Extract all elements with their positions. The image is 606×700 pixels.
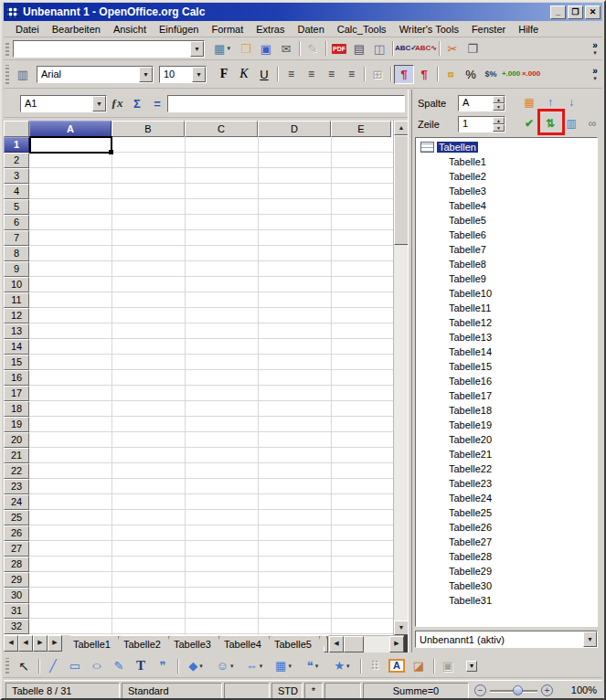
chevron-down-icon[interactable]: ▼ [190, 41, 204, 57]
column-header[interactable]: A [29, 121, 112, 137]
sheet-position-field[interactable]: Tabelle 8 / 31 [5, 683, 120, 699]
text-direction-rtl-icon[interactable]: ¶ [414, 65, 434, 84]
zoom-in-icon[interactable]: + [541, 684, 553, 696]
callout-icon[interactable]: ❞ [152, 656, 174, 676]
row-header[interactable]: 31 [4, 603, 29, 619]
row-spinner[interactable]: 1 ▲▼ [458, 116, 505, 133]
stars-icon[interactable]: ★ [327, 656, 356, 676]
navigator-root-item[interactable]: Tabellen [416, 140, 597, 154]
navigator-sheet-item[interactable]: Tabelle8 [416, 257, 597, 271]
spin-down-icon[interactable]: ▼ [493, 124, 505, 132]
print-icon[interactable]: ▤ [349, 39, 369, 58]
navigator-sheet-item[interactable]: Tabelle11 [416, 301, 597, 315]
column-header[interactable]: E [331, 121, 391, 137]
navigator-sheet-item[interactable]: Tabelle25 [416, 505, 597, 520]
row-header[interactable]: 16 [4, 370, 29, 386]
menu-item[interactable]: Hilfe [512, 23, 545, 36]
underline-button[interactable]: U [254, 65, 274, 84]
scroll-down-icon[interactable]: ▼ [394, 620, 408, 635]
select-icon[interactable]: ↖ [13, 656, 35, 676]
menu-item[interactable]: Extras [250, 23, 291, 36]
spin-down-icon[interactable]: ▼ [493, 103, 505, 111]
minimize-button[interactable]: _ [550, 5, 566, 19]
row-header[interactable]: 4 [4, 184, 29, 199]
navigator-sheet-item[interactable]: Tabelle5 [416, 213, 597, 228]
navigator-sheet-item[interactable]: Tabelle2 [416, 169, 597, 184]
navigator-sheet-item[interactable]: Tabelle28 [416, 549, 597, 564]
contents-icon[interactable]: ✔ [520, 114, 538, 133]
menu-item[interactable]: Fenster [465, 23, 512, 36]
row-header[interactable]: 25 [4, 510, 29, 525]
navigator-sheet-item[interactable]: Tabelle24 [416, 491, 597, 505]
row-header[interactable]: 7 [4, 230, 29, 246]
chevron-down-icon[interactable]: ▼ [192, 67, 206, 82]
row-header[interactable]: 28 [4, 557, 29, 572]
navigator-sheet-item[interactable]: Tabelle26 [416, 520, 597, 535]
row-header[interactable]: 15 [4, 355, 29, 370]
navigator-sheet-item[interactable]: Tabelle15 [416, 359, 597, 374]
menu-item[interactable]: Ansicht [107, 23, 153, 36]
end-icon[interactable]: ↓ [562, 93, 580, 111]
scrollbar-thumb[interactable] [394, 135, 408, 245]
font-name-combobox[interactable]: Arial ▼ [37, 66, 154, 83]
navigator-sheet-item[interactable]: Tabelle30 [416, 578, 597, 593]
row-header[interactable]: 5 [4, 199, 29, 215]
sheet-tab[interactable]: Tabelle4 [215, 635, 271, 652]
cell-area[interactable] [29, 137, 393, 635]
first-sheet-button[interactable]: ◀ [4, 635, 18, 652]
navigator-sheet-item[interactable]: Tabelle6 [416, 228, 597, 242]
navigator-sheet-item[interactable]: Tabelle17 [416, 388, 597, 403]
new-document-icon[interactable]: ▦ [208, 39, 236, 58]
email-icon[interactable]: ✉ [276, 39, 296, 58]
navigator-sheet-item[interactable]: Tabelle27 [416, 535, 597, 549]
toolbar-drag-handle[interactable] [5, 658, 9, 674]
row-header[interactable]: 6 [4, 215, 29, 230]
navigator-sheet-item[interactable]: Tabelle14 [416, 345, 597, 359]
maximize-button[interactable]: ❐ [568, 5, 583, 19]
percent-format-icon[interactable]: % [461, 65, 481, 84]
sheet-tab[interactable]: Tabelle2 [114, 635, 170, 652]
row-header[interactable]: 20 [4, 432, 29, 448]
navigator-sheet-item[interactable]: Tabelle22 [416, 461, 597, 476]
navigator-sheet-item[interactable]: Tabelle18 [416, 403, 597, 418]
navigator-sheet-item[interactable]: Tabelle10 [416, 286, 597, 301]
row-header[interactable]: 26 [4, 525, 29, 541]
flowcharts-icon[interactable]: ▦ [269, 656, 298, 676]
row-header[interactable]: 3 [4, 168, 29, 184]
ellipse-icon[interactable]: ○ [86, 656, 108, 676]
align-right-icon[interactable]: ≡ [321, 65, 341, 84]
navigator-sheet-item[interactable]: Tabelle4 [416, 198, 597, 213]
font-size-combobox[interactable]: 10 ▼ [159, 66, 207, 83]
drag-mode-icon[interactable]: ∞ [583, 114, 601, 133]
spellcheck-icon[interactable]: ABC✓ [396, 39, 416, 58]
navigator-sheet-item[interactable]: Tabelle19 [416, 418, 597, 432]
function-equals-icon[interactable]: = [147, 97, 167, 111]
row-header[interactable]: 1 [4, 137, 29, 153]
menu-item[interactable]: Format [205, 23, 250, 36]
prev-sheet-button[interactable]: ◀ [18, 635, 33, 652]
row-header[interactable]: 18 [4, 401, 29, 417]
open-icon[interactable]: ❒ [236, 39, 256, 58]
column-header[interactable]: D [258, 121, 331, 137]
zoom-level-field[interactable]: 100% [560, 683, 602, 699]
menu-item[interactable]: Bearbeiten [46, 23, 107, 36]
basic-shapes-icon[interactable]: ◆ [181, 656, 210, 676]
last-sheet-button[interactable]: ▶ [48, 635, 62, 652]
row-header[interactable]: 27 [4, 541, 29, 557]
align-center-icon[interactable]: ≡ [301, 65, 321, 84]
row-header[interactable]: 14 [4, 339, 29, 355]
cell-reference-box[interactable]: A1 ▼ [20, 95, 107, 112]
next-sheet-button[interactable]: ▶ [33, 635, 48, 652]
column-header[interactable]: B [112, 121, 185, 137]
fontwork-icon[interactable]: A [386, 656, 408, 676]
formula-input[interactable] [167, 95, 405, 112]
scroll-left-icon[interactable]: ◀ [329, 636, 344, 652]
line-icon[interactable]: ╱ [42, 656, 64, 676]
menu-item[interactable]: Writer's Tools [393, 23, 465, 36]
row-header[interactable]: 12 [4, 308, 29, 323]
navigator-sheet-item[interactable]: Tabelle1 [416, 154, 597, 169]
toolbar-drag-handle[interactable] [5, 65, 9, 84]
scenarios-icon[interactable]: ▥ [562, 114, 580, 133]
selected-cell-a1[interactable] [29, 136, 112, 154]
navigator-sheet-item[interactable]: Tabelle29 [416, 564, 597, 578]
